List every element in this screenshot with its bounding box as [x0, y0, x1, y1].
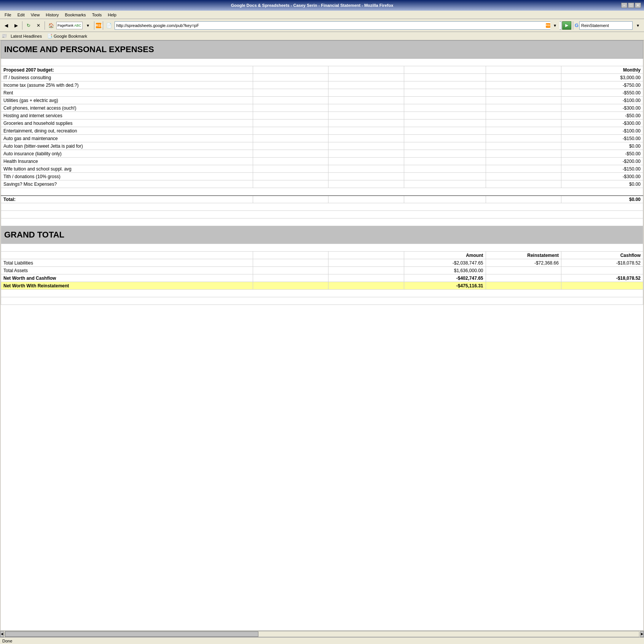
grand-row-0: Total Liabilities -$2,038,747.65 -$72,36… — [1, 259, 643, 267]
menu-help[interactable]: Help — [105, 12, 120, 18]
toolbar-separator-4 — [103, 21, 103, 30]
bookmark-label-headlines: Latest Headlines — [11, 34, 42, 38]
bookmark-label-google: Google Bookmark — [54, 34, 87, 38]
pagerank-dropdown[interactable]: ▾ — [83, 21, 92, 30]
close-button[interactable]: × — [635, 3, 641, 8]
grand-label-2: Net Worth and Cashflow — [1, 274, 253, 282]
grand-reinstatement-1 — [486, 267, 561, 274]
menu-tools[interactable]: Tools — [89, 12, 105, 18]
col-empty-3 — [404, 66, 486, 74]
bookmark-icon-google: 📑 — [47, 33, 53, 38]
address-input[interactable] — [116, 23, 546, 28]
table-row: Auto loan (bitter-sweet Jetta is paid fo… — [1, 142, 643, 150]
reinstatement-header: Reinstatement — [486, 252, 561, 259]
scroll-left-button[interactable]: ◀ — [0, 631, 4, 637]
table-row: Rent -$550.00 — [1, 89, 643, 97]
row-monthly-0: $3,000.00 — [561, 74, 643, 81]
menu-edit[interactable]: Edit — [14, 12, 28, 18]
section1-title: INCOME AND PERSONAL EXPENSES — [1, 41, 643, 59]
news-icon: 📰 — [2, 33, 7, 38]
back-button[interactable]: ◀ — [2, 21, 11, 30]
reload-button[interactable]: ↻ — [24, 21, 33, 30]
table-row: Health Insurance -$200.00 — [1, 158, 643, 165]
horizontal-scrollbar[interactable] — [5, 631, 639, 637]
row-label-6: Groceries and household supplies — [1, 120, 253, 127]
row-monthly-11: -$200.00 — [561, 158, 643, 165]
scrollbar-thumb — [5, 631, 258, 637]
page-icon[interactable]: 📄 — [105, 21, 114, 30]
table-row: IT / business consulting $3,000.00 — [1, 74, 643, 81]
row-label-7: Entertainment, dining out, recreation — [1, 127, 253, 135]
menu-file[interactable]: File — [2, 12, 14, 18]
stop-button[interactable]: ✕ — [34, 21, 43, 30]
empty-row-4 — [1, 211, 643, 218]
menu-view[interactable]: View — [28, 12, 43, 18]
menu-bar: File Edit View History Bookmarks Tools H… — [0, 11, 644, 19]
table-row: Cell phones, internet access (ouch!) -$3… — [1, 104, 643, 112]
search-dropdown[interactable]: ▾ — [633, 21, 642, 30]
total-label: Total: — [1, 196, 253, 203]
row-monthly-12: -$150.00 — [561, 165, 643, 173]
col-empty-2 — [328, 66, 404, 74]
address-dropdown[interactable]: ▾ — [550, 21, 560, 30]
table-row: Wife tuition and school suppl. avg -$150… — [1, 165, 643, 173]
grand-amount-2: -$402,747.65 — [404, 274, 486, 282]
monthly-header: Monthly — [561, 66, 643, 74]
home-button[interactable]: 🏠 — [46, 21, 56, 30]
row-label-1: Income tax (assume 25% with ded.?) — [1, 81, 253, 89]
table-row: Entertainment, dining out, recreation -$… — [1, 127, 643, 135]
toolbar-separator-2 — [45, 21, 45, 30]
grand-reinstatement-0: -$72,368.66 — [486, 259, 561, 267]
col-header-row: Proposed 2007 budget: Monthly — [1, 66, 643, 74]
forward-button[interactable]: ▶ — [11, 21, 21, 30]
search-input[interactable] — [581, 23, 634, 28]
rss-icon[interactable]: RSS — [96, 23, 101, 28]
row-label-14: Savings? Misc Expenses? — [1, 180, 253, 188]
toolbar-separator-5 — [573, 21, 573, 30]
proposed-label: Proposed 2007 budget: — [1, 66, 253, 74]
row-label-3: Utilities (gas + electric avg) — [1, 97, 253, 104]
page-content: INCOME AND PERSONAL EXPENSES Proposed 20… — [1, 40, 643, 630]
minimize-button[interactable]: – — [621, 3, 627, 8]
empty-row-1 — [1, 59, 643, 66]
status-bar: Done — [0, 637, 644, 644]
row-label-12: Wife tuition and school suppl. avg — [1, 165, 253, 173]
toolbar-separator-3 — [94, 21, 94, 30]
toolbar-separator-1 — [22, 21, 22, 30]
row-label-4: Cell phones, internet access (ouch!) — [1, 104, 253, 112]
grand-cashflow-2: -$18,078.52 — [561, 274, 643, 282]
scroll-right-button[interactable]: ▶ — [640, 631, 644, 637]
row-label-8: Auto gas and maintenance — [1, 135, 253, 142]
table-row: Income tax (assume 25% with ded.?) -$750… — [1, 81, 643, 89]
row-label-13: Tith / donations (10% gross) — [1, 173, 253, 180]
row-monthly-13: -$300.00 — [561, 173, 643, 180]
row-monthly-9: $0.00 — [561, 142, 643, 150]
bookmark-google[interactable]: 📑 Google Bookmark — [46, 33, 89, 39]
total-monthly: $0.00 — [561, 196, 643, 203]
empty-row-7 — [1, 290, 643, 297]
grand-amount-0: -$2,038,747.65 — [404, 259, 486, 267]
row-label-10: Auto insurance (liability only) — [1, 150, 253, 158]
row-label-0: IT / business consulting — [1, 74, 253, 81]
abc-label: ABC — [74, 24, 81, 27]
row-monthly-5: -$50.00 — [561, 112, 643, 120]
address-bar: RSS ▾ — [115, 21, 561, 30]
toolbar: ◀ ▶ ↻ ✕ 🏠 PageRank ABC ▾ RSS 📄 RSS ▾ ▶ G… — [0, 19, 644, 32]
scroll-area[interactable]: INCOME AND PERSONAL EXPENSES Proposed 20… — [1, 40, 643, 630]
address-rss-icon[interactable]: RSS — [546, 23, 550, 28]
bookmark-latest-headlines[interactable]: Latest Headlines — [9, 33, 43, 39]
section2-title: GRAND TOTAL — [1, 226, 643, 244]
row-monthly-4: -$300.00 — [561, 104, 643, 112]
grand-row-1: Total Assets $1,636,000.00 — [1, 267, 643, 274]
amount-header: Amount — [404, 252, 486, 259]
empty-row-2 — [1, 188, 643, 196]
go-button[interactable]: ▶ — [562, 21, 571, 30]
title-bar: Google Docs & Spreadsheets - Casey Serin… — [0, 0, 644, 11]
menu-bookmarks[interactable]: Bookmarks — [62, 12, 89, 18]
grand-label-header — [1, 252, 253, 259]
total-row: Total: $0.00 — [1, 196, 643, 203]
menu-history[interactable]: History — [43, 12, 62, 18]
status-text: Done — [2, 639, 12, 643]
row-monthly-3: -$100.00 — [561, 97, 643, 104]
restore-button[interactable]: □ — [628, 3, 634, 8]
